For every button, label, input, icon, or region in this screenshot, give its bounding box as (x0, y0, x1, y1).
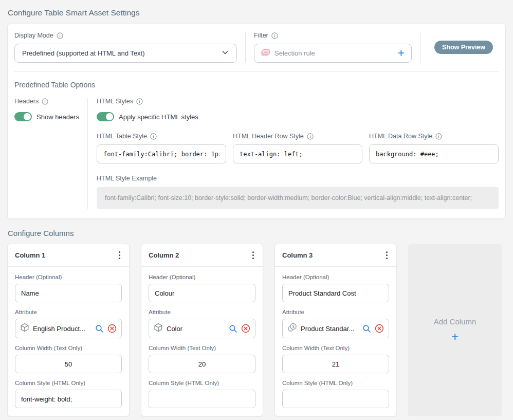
cube-icon (154, 323, 163, 334)
column-card-2: Column 2 Header (Optional) Attribute (141, 244, 263, 416)
filter-placeholder: Selection rule (274, 49, 393, 57)
remove-attribute-icon[interactable] (241, 324, 250, 333)
header-optional-label: Header (Optional) (149, 274, 195, 280)
vertical-divider (245, 32, 246, 63)
column-header-input[interactable] (15, 284, 122, 302)
show-preview-button[interactable]: Show Preview (434, 41, 493, 54)
display-mode-value: Predefined (supported at HTML and Text) (22, 49, 144, 57)
filter-label: Filter (254, 32, 268, 39)
column-style-input[interactable] (282, 390, 389, 408)
attribute-picker[interactable]: $ Product Standar... (282, 319, 389, 338)
apply-html-styles-toggle-label: Apply specific HTML styles (119, 113, 198, 121)
attribute-label: Attribute (149, 309, 171, 315)
column-style-label: Column Style (HTML Only) (149, 380, 219, 386)
attribute-label: Attribute (282, 309, 304, 315)
search-attribute-icon[interactable] (95, 324, 104, 333)
remove-attribute-icon[interactable] (107, 324, 117, 333)
column-style-input[interactable] (149, 390, 255, 408)
show-headers-toggle-label: Show headers (36, 113, 79, 121)
html-styles-label: HTML Styles (97, 98, 133, 105)
column-card-title: Column 1 (15, 251, 45, 259)
predefined-table-options: Predefined Table Options Headers Show he… (8, 72, 505, 218)
plus-icon: + (451, 331, 459, 343)
html-header-row-style-label: HTML Header Row Style (233, 133, 304, 140)
column-header-input[interactable] (149, 284, 255, 302)
html-table-style-input[interactable] (97, 144, 226, 163)
html-data-row-style-input[interactable] (369, 144, 499, 163)
attribute-label: Attribute (15, 309, 37, 315)
attribute-picker[interactable]: English Product... (15, 319, 122, 338)
columns-row: Column 1 Header (Optional) Attribute (7, 244, 506, 416)
column-width-input[interactable] (149, 355, 255, 373)
column-width-input[interactable] (282, 355, 389, 373)
html-data-row-style-field: HTML Data Row Style (369, 133, 499, 163)
column-style-input[interactable] (15, 390, 122, 408)
display-mode-label: Display Mode (14, 32, 53, 39)
info-icon (435, 133, 442, 140)
page-title: Configure Table Smart Asset Settings (7, 0, 506, 24)
column-style-label: Column Style (HTML Only) (282, 380, 353, 386)
display-mode-section: Display Mode Predefined (supported at HT… (14, 32, 237, 63)
coins-icon: $ (287, 323, 297, 334)
info-icon (57, 32, 63, 39)
column-card-title: Column 2 (149, 251, 179, 259)
info-icon (150, 133, 157, 140)
column-card-3: Column 3 Header (Optional) Attribute $ (274, 244, 397, 416)
html-style-example-text: font-family:Calibri; font-size:10; borde… (97, 187, 499, 209)
search-attribute-icon[interactable] (362, 324, 371, 333)
attribute-name: Product Standar... (301, 325, 359, 333)
html-style-example-label: HTML Style Example (97, 175, 157, 182)
headers-label: Headers (14, 98, 39, 105)
settings-panel: Display Mode Predefined (supported at HT… (7, 24, 506, 219)
table-smart-asset-settings-page: Configure Table Smart Asset Settings Dis… (0, 0, 513, 416)
add-column-button[interactable]: Add Column + (408, 244, 502, 416)
html-styles-option: HTML Styles Apply specific HTML styles H… (88, 98, 499, 209)
column-menu-kebab-icon[interactable] (382, 250, 391, 261)
column-width-label: Column Width (Text Only) (149, 345, 216, 351)
attribute-name: Color (167, 325, 225, 333)
filter-section: Filter Selection rule + (254, 32, 412, 63)
preview-section: Show Preview (429, 32, 499, 63)
column-width-label: Column Width (Text Only) (15, 345, 82, 351)
column-menu-kebab-icon[interactable] (249, 250, 258, 261)
remove-attribute-icon[interactable] (375, 324, 384, 333)
header-optional-label: Header (Optional) (15, 274, 62, 280)
column-width-label: Column Width (Text Only) (282, 345, 350, 351)
add-column-label: Add Column (434, 317, 477, 326)
column-style-label: Column Style (HTML Only) (15, 380, 85, 386)
attribute-name: English Product... (33, 325, 91, 333)
headers-option: Headers Show headers (14, 98, 87, 209)
column-header-input[interactable] (282, 284, 389, 302)
selection-rule-icon (261, 49, 270, 58)
html-header-row-style-field: HTML Header Row Style (233, 133, 362, 163)
filter-rule-box[interactable]: Selection rule + (254, 44, 412, 63)
attribute-picker[interactable]: Color (149, 319, 255, 338)
info-icon (307, 133, 314, 140)
chevron-down-icon (221, 48, 229, 59)
vertical-divider (420, 32, 420, 63)
settings-top-row: Display Mode Predefined (supported at HT… (8, 24, 505, 71)
configure-columns-title: Configure Columns (7, 229, 506, 238)
svg-text:$: $ (292, 324, 295, 329)
search-attribute-icon[interactable] (229, 324, 237, 333)
column-menu-kebab-icon[interactable] (115, 250, 124, 261)
add-filter-rule-button[interactable]: + (398, 47, 405, 59)
apply-html-styles-toggle[interactable] (97, 112, 114, 121)
info-icon (136, 98, 143, 105)
column-card-1: Column 1 Header (Optional) Attribute (7, 244, 130, 416)
display-mode-select[interactable]: Predefined (supported at HTML and Text) (14, 44, 237, 63)
header-optional-label: Header (Optional) (282, 274, 329, 280)
html-table-style-label: HTML Table Style (97, 133, 147, 140)
cube-icon (20, 323, 29, 334)
info-icon (271, 32, 278, 39)
column-width-input[interactable] (15, 355, 122, 373)
info-icon (42, 98, 48, 105)
show-headers-toggle[interactable] (14, 112, 32, 121)
column-card-title: Column 3 (282, 251, 313, 259)
predefined-options-title: Predefined Table Options (14, 81, 499, 89)
html-header-row-style-input[interactable] (233, 144, 362, 163)
html-data-row-style-label: HTML Data Row Style (369, 133, 432, 140)
html-table-style-field: HTML Table Style (97, 133, 226, 163)
